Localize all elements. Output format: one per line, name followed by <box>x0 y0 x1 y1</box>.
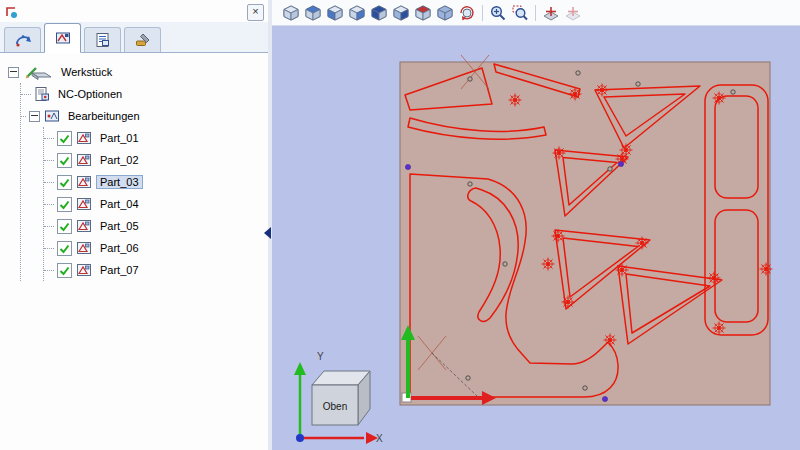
part-checkbox[interactable] <box>57 131 72 146</box>
parts-list: Part_01 Part_02 <box>43 127 264 281</box>
view-toolbar <box>272 0 800 26</box>
part-label: Part_06 <box>96 241 143 255</box>
part-checkbox[interactable] <box>57 153 72 168</box>
check-icon <box>58 154 71 167</box>
part-checkbox[interactable] <box>57 241 72 256</box>
part-label: Part_01 <box>96 131 143 145</box>
part-label: Part_02 <box>96 153 143 167</box>
project-tree-panel: × <box>0 0 269 450</box>
nc-options-label: NC-Optionen <box>54 87 126 101</box>
workplane-secondary-button[interactable] <box>562 2 584 24</box>
tree-root-item[interactable]: Werkstück <box>8 61 264 83</box>
nc-list-icon <box>94 31 112 49</box>
operations-label: Bearbeitungen <box>64 109 144 123</box>
panel-collapse-arrow[interactable] <box>264 227 271 239</box>
tab-tools[interactable] <box>124 27 161 52</box>
view-cube-label: Oben <box>323 401 347 412</box>
workplane-icon <box>542 4 560 22</box>
part-label: Part_03 <box>96 175 143 189</box>
panel-app-icon <box>4 5 18 19</box>
collapse-expander-icon[interactable] <box>8 67 19 78</box>
view-bottom-button[interactable] <box>434 2 456 24</box>
part-checkbox[interactable] <box>57 175 72 190</box>
check-icon <box>58 132 71 145</box>
toolpath-arrow-icon <box>14 31 32 49</box>
view-left-button[interactable] <box>368 2 390 24</box>
zoom-fit-icon <box>489 4 507 22</box>
workplane-button[interactable] <box>540 2 562 24</box>
part-icon <box>76 175 92 189</box>
view-top-button[interactable] <box>412 2 434 24</box>
tool-icon <box>134 31 152 49</box>
nc-options-icon <box>34 86 50 102</box>
check-icon <box>58 220 71 233</box>
check-icon <box>58 242 71 255</box>
part-icon <box>76 263 92 277</box>
part-label: Part_04 <box>96 197 143 211</box>
tree-part-item[interactable]: Part_03 <box>44 171 264 193</box>
panel-header: × <box>0 0 268 22</box>
collapse-expander-icon[interactable] <box>29 111 40 122</box>
view-dimetric-button[interactable] <box>302 2 324 24</box>
view-right-button[interactable] <box>390 2 412 24</box>
workplane-secondary-icon <box>564 4 582 22</box>
workpiece-icon <box>23 64 53 80</box>
part-checkbox[interactable] <box>57 263 72 278</box>
toolbar-separator <box>535 5 536 21</box>
view-back-button[interactable] <box>346 2 368 24</box>
part-label: Part_05 <box>96 219 143 233</box>
view-front-button[interactable] <box>324 2 346 24</box>
zoom-fit-button[interactable] <box>487 2 509 24</box>
part-icon <box>76 131 92 145</box>
tab-nc-list[interactable] <box>84 27 121 52</box>
view-isometric-button[interactable] <box>280 2 302 24</box>
tree-part-item[interactable]: Part_04 <box>44 193 264 215</box>
part-checkbox[interactable] <box>57 219 72 234</box>
viewport-3d[interactable]: Oben Y X <box>272 26 800 450</box>
tree-part-item[interactable]: Part_06 <box>44 237 264 259</box>
tab-simulation[interactable] <box>4 27 41 52</box>
check-icon <box>58 264 71 277</box>
tree-part-item[interactable]: Part_07 <box>44 259 264 281</box>
tree-part-item[interactable]: Part_05 <box>44 215 264 237</box>
tree-operations-item[interactable]: Bearbeitungen <box>21 105 264 127</box>
view-orbit-button[interactable] <box>456 2 478 24</box>
panel-tab-strip <box>0 22 268 53</box>
part-icon <box>76 153 92 167</box>
part-icon <box>76 219 92 233</box>
triad-origin-icon <box>296 434 304 442</box>
tree-part-item[interactable]: Part_02 <box>44 149 264 171</box>
tree-branch: NC-Optionen Bearbeitungen <box>20 83 264 281</box>
tab-operations[interactable] <box>44 23 81 53</box>
part-checkbox[interactable] <box>57 197 72 212</box>
part-icon <box>76 197 92 211</box>
operations-group-icon <box>44 108 60 124</box>
part-icon <box>76 241 92 255</box>
axis-y-label: Y <box>317 351 324 362</box>
workpiece-tree: Werkstück NC-Optionen <box>0 53 268 281</box>
toolbar-separator <box>482 5 483 21</box>
panel-close-button[interactable]: × <box>247 4 264 21</box>
viewport-canvas[interactable]: Oben Y X <box>272 26 800 450</box>
zoom-window-button[interactable] <box>509 2 531 24</box>
check-icon <box>58 176 71 189</box>
check-icon <box>58 198 71 211</box>
tree-root-label: Werkstück <box>57 65 116 79</box>
operations-icon <box>54 29 72 47</box>
zoom-window-icon <box>511 4 529 22</box>
tree-part-item[interactable]: Part_01 <box>44 127 264 149</box>
axis-x-label: X <box>376 433 383 444</box>
tree-nc-options-item[interactable]: NC-Optionen <box>21 83 264 105</box>
part-label: Part_07 <box>96 263 143 277</box>
cam-application-window: × <box>0 0 800 450</box>
orbit-icon <box>458 4 476 22</box>
